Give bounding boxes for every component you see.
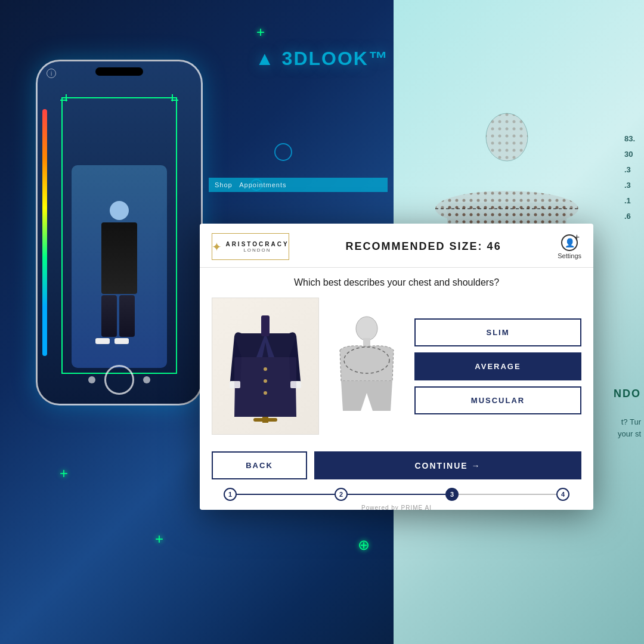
capture-button[interactable] <box>104 365 134 395</box>
progress-steps: 1 2 3 4 <box>212 488 581 501</box>
suit-jacket-svg <box>230 309 301 423</box>
svg-rect-20 <box>363 338 370 346</box>
continue-button[interactable]: CONTINUE → <box>314 451 581 479</box>
settings-button[interactable]: + 👤 Settings <box>558 234 581 259</box>
settings-icon: + 👤 <box>561 234 578 251</box>
svg-point-9 <box>486 113 528 161</box>
phone-info-icon: i <box>47 69 56 78</box>
slim-button[interactable]: SLIM <box>414 318 581 346</box>
brand-name: ARISTOCRACY <box>225 241 289 247</box>
right-text-store: your st <box>618 429 641 438</box>
cyan-band-text: Shop Appointments <box>215 181 287 188</box>
right-text-turn: t? Tur <box>621 417 641 426</box>
dot-indicator-2 <box>143 376 150 383</box>
tracking-rectangle <box>61 97 177 374</box>
step-4: 4 <box>556 488 569 501</box>
back-button[interactable]: BACK <box>212 451 307 479</box>
phone-mockup: i <box>36 60 203 405</box>
average-button[interactable]: AVERAGE <box>414 352 581 380</box>
person-icon: 👤 <box>565 238 575 247</box>
action-buttons: BACK CONTINUE → <box>212 451 581 479</box>
dot-indicator-1 <box>88 376 95 383</box>
powered-by-text: Powered by PRIME AI <box>212 504 581 510</box>
step-line-2-3 <box>348 494 445 495</box>
brand-logo-icon: ✦ <box>212 240 222 254</box>
svg-rect-11 <box>253 418 277 422</box>
muscular-button[interactable]: MUSCULAR <box>414 386 581 414</box>
step-line-3-4 <box>459 494 556 495</box>
svg-rect-18 <box>234 357 296 417</box>
body-type-buttons: SLIM AVERAGE MUSCULAR <box>414 318 581 414</box>
num-6: .6 <box>624 209 635 224</box>
svg-rect-12 <box>261 315 270 336</box>
modal-footer: BACK CONTINUE → 1 2 3 4 Powered by PRIME… <box>200 444 593 510</box>
num-2: 30 <box>624 147 635 162</box>
corner-tl <box>60 94 72 106</box>
step-line-1-2 <box>237 494 335 495</box>
svg-point-19 <box>356 317 377 340</box>
phone-bottom-ui <box>88 365 150 395</box>
body-figure <box>331 312 402 420</box>
phone-frame: i <box>36 60 203 405</box>
step-3: 3 <box>445 488 459 501</box>
cyan-band: Shop Appointments <box>209 178 388 192</box>
logo-3dlook: ▲ 3DLOOK™ <box>255 48 389 70</box>
step-1: 1 <box>224 488 237 501</box>
measurement-numbers: 83. 30 .3 .3 .1 .6 <box>624 131 635 224</box>
brand-sub: LONDON <box>243 247 271 253</box>
modal-header: ✦ ARISTOCRACY LONDON RECOMMENDED SIZE: 4… <box>200 224 593 268</box>
suit-jacket-image <box>212 298 319 435</box>
body-options: SLIM AVERAGE MUSCULAR <box>212 298 581 435</box>
measurement-bar <box>42 109 47 356</box>
body-selector: SLIM AVERAGE MUSCULAR <box>331 298 581 435</box>
num-3: .3 <box>624 162 635 178</box>
body-figure-svg <box>334 315 400 417</box>
question-text: Which best describes your chest and shou… <box>212 277 581 288</box>
step-2: 2 <box>335 488 348 501</box>
brand-logo-text: ARISTOCRACY LONDON <box>225 241 289 253</box>
brand-logo: ✦ ARISTOCRACY LONDON <box>212 233 289 260</box>
size-recommendation-modal: ✦ ARISTOCRACY LONDON RECOMMENDED SIZE: 4… <box>200 224 593 510</box>
right-text-ndo: NDO <box>614 388 641 400</box>
corner-tr <box>166 94 178 106</box>
phone-notch <box>95 67 143 76</box>
num-4: .3 <box>624 178 635 193</box>
modal-body: Which best describes your chest and shou… <box>200 268 593 444</box>
recommended-size-display: RECOMMENDED SIZE: 46 <box>289 240 558 253</box>
plus-icon: + <box>574 233 580 242</box>
num-1: 83. <box>624 131 635 147</box>
num-5: .1 <box>624 193 635 209</box>
settings-label: Settings <box>558 252 581 259</box>
